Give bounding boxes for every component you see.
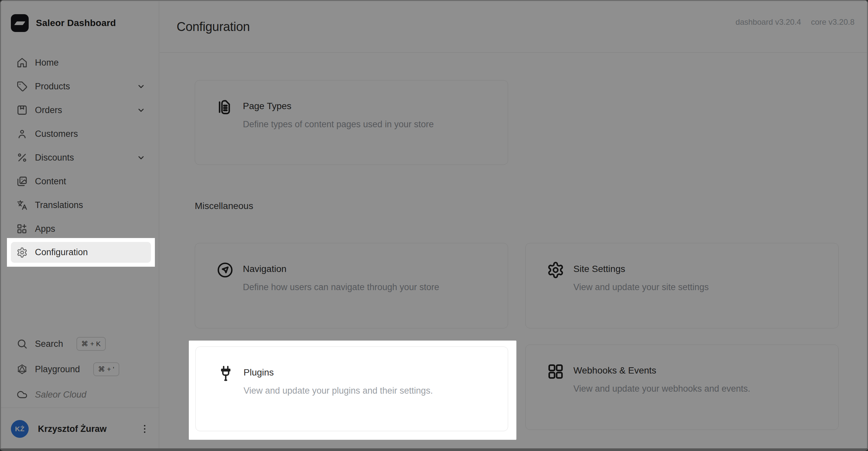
page-title: Configuration <box>177 20 250 34</box>
chevron-down-icon[interactable] <box>137 153 145 162</box>
sidebar-item-saleor-cloud[interactable]: Saleor Cloud <box>1 383 159 407</box>
percent-icon <box>17 152 28 163</box>
sidebar-nav: Home Products Orders Customers Discounts <box>1 51 159 241</box>
core-version: core v3.20.8 <box>811 18 855 27</box>
sidebar-item-products[interactable]: Products <box>1 74 159 98</box>
graphql-icon <box>17 364 28 375</box>
chevron-down-icon[interactable] <box>137 82 145 91</box>
sidebar-item-orders[interactable]: Orders <box>1 98 159 122</box>
saleor-logo-glyph <box>14 22 25 25</box>
version-info: dashboard v3.20.4 core v3.20.8 <box>736 18 855 27</box>
webhooks-icon <box>547 363 564 381</box>
sidebar-item-discounts[interactable]: Discounts <box>1 146 159 170</box>
search-icon <box>17 338 28 350</box>
page-types-icon <box>216 98 234 116</box>
chevron-down-icon[interactable] <box>137 106 145 114</box>
sidebar-item-configuration[interactable]: Configuration <box>11 242 151 263</box>
navigation-icon <box>216 261 234 279</box>
package-icon <box>17 104 28 116</box>
dashboard-version: dashboard v3.20.4 <box>736 18 801 27</box>
search-shortcut-badge: ⌘ + K <box>76 337 106 351</box>
user-name: Krzysztof Żuraw <box>38 424 107 434</box>
avatar: KŻ <box>11 420 29 438</box>
sidebar-item-playground[interactable]: Playground ⌘ + ' <box>1 357 159 381</box>
card-plugins[interactable]: Plugins View and update your plugins and… <box>195 347 508 431</box>
spotlight-plugins: Plugins View and update your plugins and… <box>189 340 516 440</box>
pages-icon <box>17 176 28 187</box>
tag-icon <box>17 81 28 92</box>
sidebar-item-content[interactable]: Content <box>1 170 159 193</box>
sidebar-item-home[interactable]: Home <box>1 51 159 74</box>
saleor-logo <box>11 14 29 32</box>
apps-grid-icon <box>17 223 28 234</box>
kebab-menu-icon[interactable] <box>140 423 150 434</box>
brand-name: Saleor Dashboard <box>36 18 116 28</box>
brand[interactable]: Saleor Dashboard <box>11 14 116 32</box>
section-label-miscellaneous: Miscellaneous <box>195 201 253 211</box>
card-navigation[interactable]: Navigation Define how users can navigate… <box>195 243 508 328</box>
card-site-settings[interactable]: Site Settings View and update your site … <box>525 243 839 328</box>
sidebar-item-translations[interactable]: Translations <box>1 193 159 217</box>
sidebar-item-search[interactable]: Search ⌘ + K <box>1 332 159 356</box>
topbar: Configuration dashboard v3.20.4 core v3.… <box>159 1 867 53</box>
sidebar-divider <box>1 408 159 408</box>
card-webhooks-events[interactable]: Webhooks & Events View and update your w… <box>525 344 839 430</box>
plug-icon <box>217 365 235 383</box>
sidebar: Saleor Dashboard Home Products Orders Cu… <box>1 1 159 448</box>
user-menu[interactable]: KŻ Krzysztof Żuraw <box>11 417 150 441</box>
card-page-types[interactable]: Page Types Define types of content pages… <box>195 80 508 165</box>
saleor-dashboard-window: Saleor Dashboard Home Products Orders Cu… <box>0 0 868 451</box>
gear-icon <box>17 247 28 258</box>
gear-icon <box>547 261 564 279</box>
spotlight-configuration: Configuration <box>7 238 155 267</box>
translate-icon <box>17 200 28 211</box>
sidebar-item-apps[interactable]: Apps <box>1 217 159 241</box>
user-icon <box>17 128 28 140</box>
playground-shortcut-badge: ⌘ + ' <box>93 362 119 376</box>
home-icon <box>17 57 28 68</box>
cloud-icon <box>17 389 28 400</box>
sidebar-item-customers[interactable]: Customers <box>1 122 159 146</box>
